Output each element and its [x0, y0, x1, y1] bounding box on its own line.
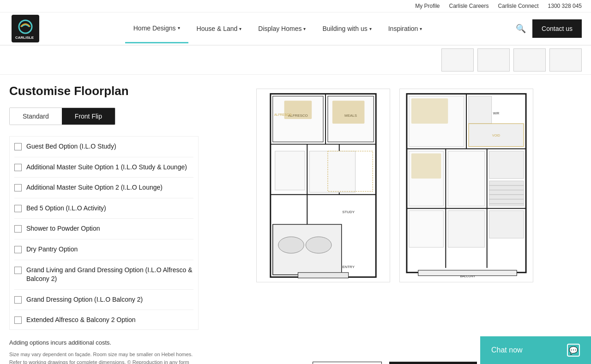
floorplan-actions: ⇄ Flip floorplan ⬇ Download floorplan [313, 362, 477, 364]
list-item: Grand Dressing Option (I.L.O Balcony 2) [14, 290, 193, 310]
svg-text:WIR: WIR [493, 112, 500, 115]
upper-floor-plan: MASTER SUITE WIR BED 3 BED 4 ENS ACTIVIT… [399, 89, 533, 282]
svg-text:ALFRESCO: ALFRESCO [274, 113, 292, 116]
front-flip-toggle[interactable]: Front Flip [62, 108, 115, 125]
option-checkbox-8[interactable] [14, 296, 22, 304]
chevron-down-icon: ▾ [303, 26, 306, 31]
flip-floorplan-button[interactable]: ⇄ Flip floorplan [313, 362, 382, 364]
nav-house-land[interactable]: House & Land ▾ [188, 15, 250, 42]
options-list: Guest Bed Option (I.L.O Study)Additional… [14, 137, 193, 330]
carlisle-careers-link[interactable]: Carlisle Careers [449, 3, 489, 9]
option-label-9: Extended Alfresco & Balcony 2 Option [26, 316, 136, 325]
chevron-down-icon: ▾ [420, 26, 422, 31]
svg-rect-23 [309, 151, 355, 192]
floorplan-images: ALFRESCO MEALS LIVING THEATRE ENTRY STUD… [256, 84, 533, 352]
list-item: Dry Pantry Option [14, 239, 193, 260]
phone-number: 1300 328 045 [548, 3, 582, 9]
option-checkbox-7[interactable] [14, 267, 22, 274]
carlisle-connect-link[interactable]: Carlisle Connect [498, 3, 539, 9]
contact-button[interactable]: Contact us [532, 19, 582, 38]
svg-rect-58 [418, 270, 517, 276]
list-item: Additional Master Suite Option 2 (I.L.O … [14, 178, 193, 198]
chevron-down-icon: ▾ [178, 25, 180, 30]
svg-rect-29 [298, 273, 348, 278]
option-checkbox-3[interactable] [14, 184, 22, 191]
svg-rect-52 [489, 211, 524, 239]
search-button[interactable]: 🔍 [514, 22, 528, 36]
svg-rect-19 [332, 101, 365, 124]
option-label-6: Dry Pantry Option [26, 245, 78, 254]
svg-text:STUDY: STUDY [342, 210, 355, 214]
svg-rect-46 [448, 151, 484, 206]
option-checkbox-9[interactable] [14, 316, 22, 324]
chevron-down-icon: ▾ [369, 26, 372, 31]
thumbnail-2[interactable] [477, 48, 510, 72]
standard-toggle[interactable]: Standard [10, 108, 62, 125]
option-checkbox-4[interactable] [14, 205, 22, 212]
chat-icon: 💬 [567, 344, 580, 357]
list-item: Grand Living and Grand Dressing Option (… [14, 260, 193, 290]
svg-rect-50 [448, 211, 484, 247]
list-item: Shower to Powder Option [14, 219, 193, 239]
list-item: Bed 5 Option (I.L.O Activity) [14, 198, 193, 219]
chat-label: Chat now [491, 346, 523, 354]
page-content: Customise Floorplan Standard Front Flip … [0, 75, 591, 364]
ground-floor-plan: ALFRESCO MEALS LIVING THEATRE ENTRY STUD… [256, 89, 390, 282]
option-label-1: Guest Bed Option (I.L.O Study) [26, 142, 116, 151]
svg-rect-42 [469, 96, 492, 124]
nav-display-homes[interactable]: Display Homes ▾ [250, 15, 314, 42]
download-floorplan-button[interactable]: ⬇ Download floorplan [389, 362, 477, 364]
thumbnail-1[interactable] [441, 48, 474, 72]
option-label-5: Shower to Powder Option [26, 224, 100, 233]
svg-text:VOID: VOID [492, 134, 500, 137]
option-checkbox-5[interactable] [14, 225, 22, 233]
svg-text:CARLISLE: CARLISLE [15, 36, 34, 40]
option-label-4: Bed 5 Option (I.L.O Activity) [26, 204, 106, 213]
nav-links: Home Designs ▾ House & Land ▾ Display Ho… [42, 14, 514, 43]
option-label-8: Grand Dressing Option (I.L.O Balcony 2) [26, 295, 143, 304]
list-item: Guest Bed Option (I.L.O Study) [14, 137, 193, 157]
main-nav: CARLISLE Home Designs ▾ House & Land ▾ D… [0, 12, 591, 46]
disclaimer-main: Adding options incurs additional costs. [9, 339, 199, 346]
page-title: Customise Floorplan [9, 84, 199, 98]
svg-text:ENTRY: ENTRY [342, 265, 355, 269]
nav-actions: 🔍 Contact us [514, 19, 582, 38]
option-label-3: Additional Master Suite Option 2 (I.L.O … [26, 183, 163, 192]
option-checkbox-6[interactable] [14, 246, 22, 253]
list-item: Extended Alfresco & Balcony 2 Option [14, 310, 193, 330]
thumbnail-4[interactable] [549, 48, 582, 72]
nav-inspiration[interactable]: Inspiration ▾ [380, 15, 431, 42]
svg-rect-48 [489, 151, 524, 179]
disclaimer-legal: Size may vary dependent on façade. Room … [9, 351, 199, 364]
view-toggle: Standard Front Flip [9, 107, 115, 125]
svg-rect-54 [409, 211, 443, 247]
svg-rect-55 [411, 98, 448, 124]
svg-rect-21 [275, 151, 305, 190]
nav-building-with-us[interactable]: Building with us ▾ [314, 15, 380, 42]
thumbnail-strip [0, 46, 591, 75]
options-container[interactable]: Guest Bed Option (I.L.O Study)Additional… [9, 136, 199, 330]
thumbnail-3[interactable] [513, 48, 546, 72]
svg-rect-56 [411, 153, 441, 179]
disclaimer-section: Adding options incurs additional costs. … [9, 339, 199, 364]
option-checkbox-1[interactable] [14, 143, 22, 150]
svg-point-13 [306, 237, 332, 253]
logo[interactable]: CARLISLE [9, 12, 42, 45]
chat-widget[interactable]: Chat now 💬 [480, 336, 591, 364]
sidebar: Customise Floorplan Standard Front Flip … [9, 84, 199, 364]
option-label-2: Additional Master Suite Option 1 (I.L.O … [26, 163, 187, 172]
svg-point-12 [278, 237, 304, 253]
utility-bar: My Profile Carlisle Careers Carlisle Con… [0, 0, 591, 12]
floorplan-area: ALFRESCO MEALS LIVING THEATRE ENTRY STUD… [208, 84, 582, 364]
list-item: Additional Master Suite Option 1 (I.L.O … [14, 157, 193, 178]
svg-rect-59 [489, 181, 524, 206]
option-checkbox-2[interactable] [14, 164, 22, 171]
nav-home-designs[interactable]: Home Designs ▾ [125, 14, 188, 43]
chevron-down-icon: ▾ [239, 26, 241, 31]
my-profile-link[interactable]: My Profile [415, 3, 440, 9]
option-label-7: Grand Living and Grand Dressing Option (… [26, 266, 193, 284]
